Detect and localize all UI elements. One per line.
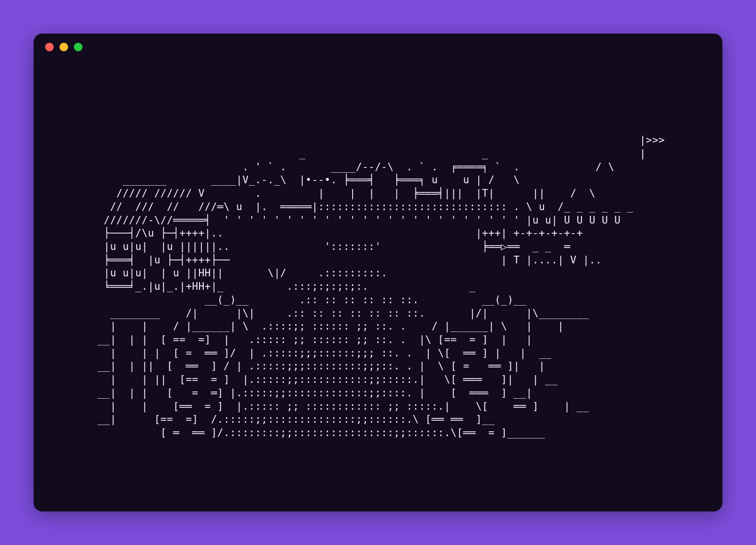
- window-titlebar: [34, 34, 722, 60]
- terminal-body: |>>> _ _ | . ' ` . ____/--/-\ . ` . ╒═══…: [34, 72, 722, 502]
- terminal-window: |>>> _ _ | . ' ` . ____/--/-\ . ` . ╒═══…: [34, 34, 722, 511]
- minimize-icon[interactable]: [59, 43, 68, 51]
- zoom-icon[interactable]: [74, 43, 83, 51]
- ascii-art: |>>> _ _ | . ' ` . ____/--/-\ . ` . ╒═══…: [91, 134, 665, 440]
- close-icon[interactable]: [45, 43, 54, 51]
